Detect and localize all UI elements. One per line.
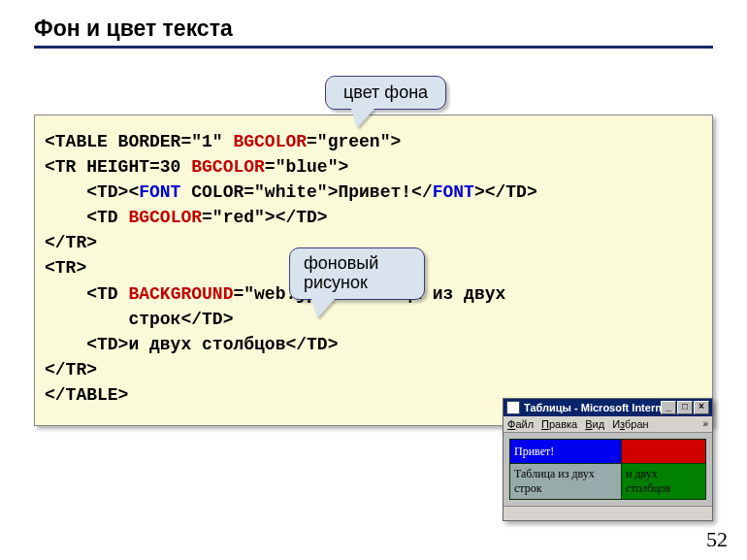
maximize-button[interactable]: □ [677, 401, 693, 414]
callout-bgcolor: цвет фона [325, 76, 446, 110]
code-text: </TR> [45, 360, 97, 379]
code-text: <TABLE BORDER="1" [45, 132, 233, 151]
callout-bgcolor-text: цвет фона [343, 82, 428, 102]
minimize-button[interactable]: _ [661, 401, 676, 414]
cell-web: Таблица из двух строк [510, 464, 622, 500]
code-text: ></TD> [474, 182, 537, 202]
window-menu: ФФайлайл Правка Вид Избран » [503, 416, 712, 433]
menu-view[interactable]: Вид [585, 418, 604, 430]
table-row: Привет! [510, 440, 706, 464]
callout-tail [311, 299, 335, 318]
window-titlebar[interactable]: Таблицы - Microsoft Intern... _ □ × [503, 399, 712, 416]
code-text: <TD>и двух столбцов</TD> [45, 335, 338, 354]
callout-background-image: фоновый рисунок [289, 247, 425, 300]
menu-edit[interactable]: Правка [541, 418, 577, 430]
code-text: </TR> [45, 233, 97, 252]
code-keyword-font: FONT [139, 182, 180, 202]
code-text: ="blue"> [265, 157, 348, 177]
code-text: строк</TD> [45, 310, 233, 329]
code-text: ="red"></TD> [202, 208, 328, 227]
code-text: <TD>< [45, 182, 139, 202]
code-keyword-background: BACKGROUND [128, 284, 233, 304]
code-keyword-bgcolor: BGCOLOR [128, 208, 202, 227]
code-text: <TD [45, 284, 128, 304]
chevron-right-icon[interactable]: » [702, 418, 708, 430]
page-number: 52 [706, 527, 728, 552]
code-text: <TR> [45, 258, 86, 278]
code-text: <TD [45, 208, 128, 227]
preview-browser-window: Таблицы - Microsoft Intern... _ □ × ФФай… [503, 398, 713, 521]
ie-icon [506, 401, 520, 414]
page-title: Фон и цвет текста [34, 10, 713, 49]
preview-table: Привет! Таблица из двух строк и двух сто… [509, 439, 706, 500]
window-title: Таблицы - Microsoft Intern... [524, 402, 661, 413]
browser-body: Привет! Таблица из двух строк и двух сто… [503, 433, 712, 506]
close-button[interactable]: × [694, 401, 709, 414]
cell-hello: Привет! [510, 440, 622, 464]
code-keyword-bgcolor: BGCOLOR [191, 157, 265, 177]
code-keyword-bgcolor: BGCOLOR [233, 132, 307, 151]
window-statusbar [503, 506, 712, 520]
code-keyword-font: FONT [433, 182, 474, 202]
table-row: Таблица из двух строк и двух столбцов [510, 464, 706, 500]
code-text: </TABLE> [45, 385, 128, 405]
callout-background-image-text: фоновый рисунок [304, 253, 378, 292]
code-text: <TR HEIGHT=30 [45, 157, 191, 177]
menu-file[interactable]: ФФайлайл [507, 418, 534, 430]
cell-green: и двух столбцов [621, 464, 705, 500]
menu-favorites[interactable]: Избран [612, 418, 648, 430]
cell-red [621, 440, 705, 464]
code-text: COLOR="white">Привет!</ [180, 182, 432, 202]
callout-tail [351, 109, 374, 128]
code-text: ="green"> [307, 132, 401, 151]
